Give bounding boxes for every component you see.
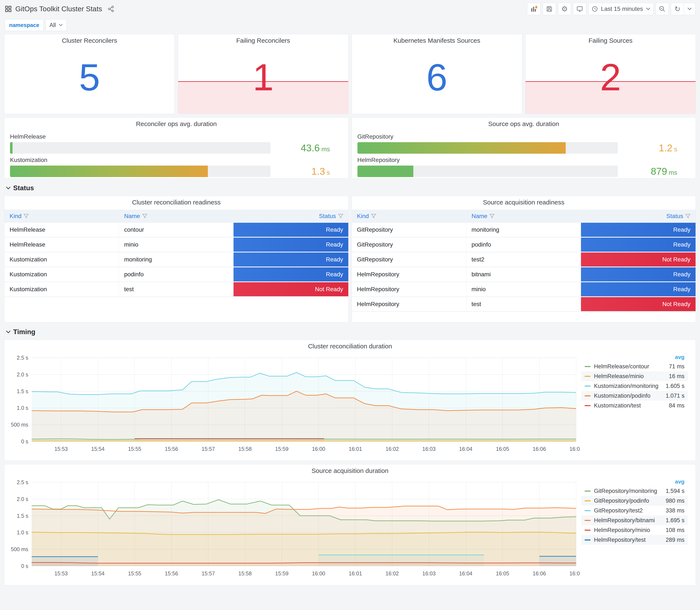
stat-panel-title[interactable]: Failing Reconcilers	[178, 34, 348, 47]
save-dashboard-button[interactable]	[543, 3, 556, 15]
share-icon[interactable]	[108, 5, 114, 12]
time-range-label: Last 15 minutes	[601, 5, 643, 12]
table-column-header[interactable]: Name	[467, 213, 581, 220]
legend-item[interactable]: HelmRelease/minio16 ms	[581, 371, 688, 381]
stat-panel-title[interactable]: Failing Sources	[525, 34, 696, 47]
refresh-interval-dropdown[interactable]	[684, 3, 695, 15]
legend-series-name: HelmRelease/contour	[594, 363, 649, 370]
filter-funnel-icon[interactable]	[23, 214, 29, 219]
legend-item[interactable]: GitRepository/monitoring1.594 s	[581, 486, 688, 496]
x-axis-tick-label: 15:55	[128, 446, 141, 452]
apps-grid-icon[interactable]	[5, 5, 12, 13]
cell-status-badge: Ready	[233, 223, 348, 237]
gear-icon: ⚙	[561, 5, 568, 13]
gauge-panels-row: Reconciler ops avg. durationHelmRelease4…	[0, 117, 700, 178]
table-row: HelmReleasecontourReady	[4, 223, 348, 238]
cell-kind: HelmRepository	[352, 267, 467, 282]
table-column-header[interactable]: Status	[233, 213, 348, 220]
section-header-status[interactable]: Status	[0, 182, 700, 196]
x-axis-tick-label: 16:02	[386, 446, 399, 452]
table-column-header[interactable]: Status	[581, 213, 696, 220]
x-axis-tick-label: 16:03	[422, 571, 436, 576]
legend-series-color	[585, 500, 590, 501]
legend-series-avg: 289 ms	[666, 537, 684, 543]
legend-item[interactable]: Kustomization/podinfo1.071 s	[581, 391, 688, 401]
chevron-down-icon	[646, 7, 650, 11]
time-range-picker[interactable]: Last 15 minutes	[588, 3, 653, 15]
gauge-value: 1.2s	[618, 142, 690, 154]
legend-item[interactable]: Kustomization/test84 ms	[581, 401, 688, 411]
zoom-out-button[interactable]	[655, 3, 669, 15]
table-panel-title[interactable]: Source acquisition readiness	[352, 196, 696, 209]
dashboard-header: GitOps Toolkit Cluster Stats ⚙	[0, 0, 700, 18]
gauge-value: 1.3s	[271, 165, 343, 177]
section-status-label: Status	[13, 184, 34, 192]
section-header-timing[interactable]: Timing	[0, 326, 700, 340]
x-axis-tick-label: 16:07	[570, 571, 580, 576]
cycle-view-mode-button[interactable]	[573, 3, 586, 15]
chart-panel-title[interactable]: Source acquisition duration	[6, 464, 694, 477]
gauge-row: HelmRelease43.6ms	[10, 133, 343, 154]
table-column-header[interactable]: Kind	[4, 213, 119, 220]
cell-status-badge: Ready	[581, 238, 696, 252]
table-row: HelmRepositoryminioReady	[352, 282, 696, 297]
legend-avg-header[interactable]: avg	[581, 477, 688, 486]
filter-funnel-icon[interactable]	[371, 214, 376, 219]
table-panel-title[interactable]: Cluster reconciliation readiness	[4, 196, 348, 209]
cell-status-badge: Ready	[233, 267, 348, 282]
legend-series-color	[585, 510, 590, 511]
legend-avg-header[interactable]: avg	[581, 353, 688, 362]
cell-status-badge: Ready	[581, 282, 696, 296]
filter-funnel-icon[interactable]	[142, 214, 147, 219]
legend-item[interactable]: Kustomization/monitoring1.605 s	[581, 381, 688, 391]
namespace-variable-select[interactable]: All	[46, 19, 67, 31]
chart-row-source: Source acquisition duration0 s500 ms1.0 …	[0, 464, 700, 585]
chart-plot-area: 0 s500 ms1.0 s1.5 s2.0 s2.5 s15:5315:541…	[6, 353, 580, 454]
x-axis-tick-label: 16:04	[459, 571, 472, 576]
dashboard-settings-button[interactable]: ⚙	[558, 3, 571, 15]
cell-name: minio	[467, 282, 581, 296]
table-column-header[interactable]: Kind	[352, 213, 467, 220]
stat-panel-title[interactable]: Cluster Reconcilers	[4, 34, 175, 47]
legend-series-name: Kustomization/podinfo	[594, 392, 650, 399]
legend-item[interactable]: HelmRelease/contour71 ms	[581, 362, 688, 371]
column-header-label: Name	[472, 213, 488, 220]
timeseries-panel: Cluster reconciliation duration0 s500 ms…	[4, 340, 696, 461]
gauge-panel: Source ops avg. durationGitRepository1.2…	[352, 117, 696, 178]
gauge-panel-title[interactable]: Reconciler ops avg. duration	[10, 117, 343, 130]
filter-funnel-icon[interactable]	[489, 214, 494, 219]
legend-item[interactable]: HelmRepository/bitnami1.695 s	[581, 515, 688, 525]
chart-panel-title[interactable]: Cluster reconciliation duration	[6, 340, 694, 353]
stat-panels-row: Cluster Reconcilers5Failing Reconcilers1…	[0, 34, 700, 114]
gauge-value-unit: s	[327, 169, 330, 176]
legend-series-avg: 108 ms	[666, 527, 684, 533]
add-panel-button[interactable]	[527, 3, 541, 15]
x-axis-tick-label: 16:04	[459, 446, 472, 452]
column-header-label: Kind	[357, 213, 369, 220]
x-axis-tick-label: 16:01	[349, 446, 362, 452]
cell-name: monitoring	[119, 253, 233, 267]
cell-kind: GitRepository	[352, 253, 467, 267]
filter-funnel-icon[interactable]	[338, 214, 343, 219]
y-axis-tick-label: 1.0 s	[17, 405, 28, 411]
gauge-panel-title[interactable]: Source ops avg. duration	[357, 117, 690, 130]
filter-funnel-icon[interactable]	[685, 214, 690, 219]
legend-item[interactable]: HelmRepository/minio108 ms	[581, 525, 688, 535]
legend-series-avg: 338 ms	[666, 507, 684, 514]
x-axis-tick-label: 15:59	[275, 571, 289, 576]
series-area	[32, 557, 98, 566]
stat-value: 2	[600, 55, 621, 99]
y-axis-tick-label: 0 s	[21, 563, 28, 569]
cell-kind: HelmRelease	[4, 238, 119, 252]
cell-status-badge: Ready	[233, 238, 348, 252]
legend-item[interactable]: GitRepository/podinfo980 ms	[581, 496, 688, 505]
x-axis-tick-label: 15:58	[239, 446, 252, 452]
y-axis-tick-label: 2.5 s	[17, 479, 28, 485]
table-column-header[interactable]: Name	[119, 213, 233, 220]
legend-item[interactable]: HelmRepository/test289 ms	[581, 535, 688, 545]
refresh-button[interactable]: ↻	[671, 3, 684, 15]
stat-panel-title[interactable]: Kubernetes Manifests Sources	[352, 34, 522, 47]
series-area	[32, 506, 576, 566]
legend-item[interactable]: GitRepository/test2338 ms	[581, 505, 688, 515]
legend-series-avg: 1.594 s	[666, 488, 684, 494]
